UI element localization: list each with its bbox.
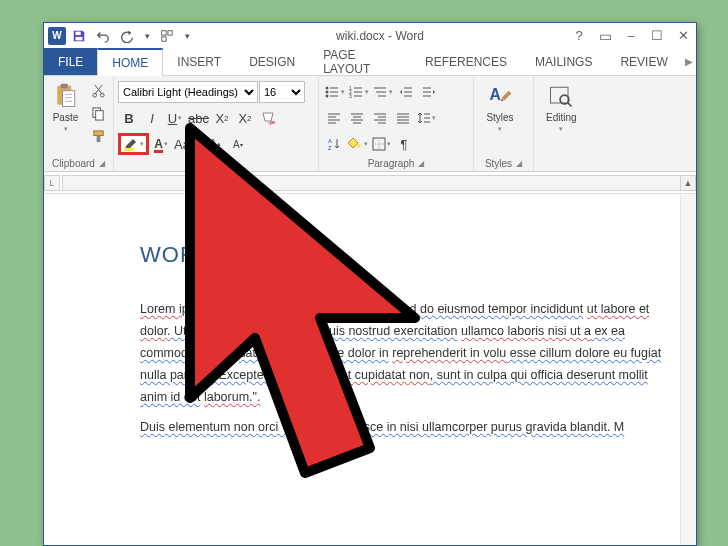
ribbon: Paste ▾ Clipboard◢ Calibri Light (Headin… (44, 76, 696, 172)
group-paragraph: ▾ 123▾ ▾ ▾ AZ ▾ ▾ ¶ (319, 76, 474, 171)
align-left-icon[interactable] (323, 107, 345, 129)
tab-file[interactable]: FILE (44, 48, 97, 75)
borders-icon[interactable]: ▾ (370, 133, 392, 155)
redo-icon[interactable] (116, 26, 138, 46)
shrink-font-button[interactable]: A▾ (227, 133, 249, 155)
tab-home[interactable]: HOME (97, 48, 163, 76)
tab-insert[interactable]: INSERT (163, 48, 235, 75)
bullets-icon[interactable]: ▾ (323, 81, 346, 103)
svg-point-24 (357, 144, 361, 148)
styles-launcher-icon[interactable]: ◢ (516, 159, 522, 168)
doc-paragraph-1: Lorem ipsum dolo, consectetur adipiscing… (140, 298, 670, 408)
word-window: W ▾ ▾ wiki.docx - Word ? ▭ – ☐ ✕ FIL (43, 22, 697, 546)
ribbon-display-icon[interactable]: ▭ (592, 26, 618, 46)
svg-rect-0 (76, 31, 81, 35)
close-icon[interactable]: ✕ (670, 26, 696, 46)
title-bar: W ▾ ▾ wiki.docx - Word ? ▭ – ☐ ✕ (44, 23, 696, 48)
tab-page-layout[interactable]: PAGE LAYOUT (309, 48, 411, 75)
superscript-button[interactable]: X2 (234, 107, 256, 129)
group-font: Calibri Light (Headings) 16 B I U▾ abc X… (114, 76, 319, 171)
subscript-button[interactable]: X2 (211, 107, 233, 129)
cut-icon[interactable] (87, 80, 109, 100)
font-group-label: Font (201, 158, 221, 169)
change-case-button[interactable]: Aa▾ (173, 133, 196, 155)
strikethrough-button[interactable]: abc (187, 107, 210, 129)
paragraph-label: Paragraph (368, 158, 415, 169)
svg-rect-14 (270, 121, 275, 124)
svg-rect-2 (162, 30, 166, 34)
font-launcher-icon[interactable]: ◢ (225, 159, 231, 168)
text-highlight-button[interactable]: ▾ (118, 133, 149, 155)
font-size-select[interactable]: 16 (259, 81, 305, 103)
group-editing: Editing ▾ (534, 76, 590, 171)
increase-indent-icon[interactable] (418, 81, 440, 103)
ruler-corner: L (44, 175, 60, 191)
line-spacing-icon[interactable]: ▾ (415, 107, 437, 129)
svg-rect-3 (168, 30, 172, 34)
numbering-icon[interactable]: 123▾ (347, 81, 370, 103)
doc-paragraph-2: Duis elementum non orci vel congue. Fusc… (140, 416, 670, 438)
word-app-icon: W (48, 27, 66, 45)
group-styles: A Styles ▾ Styles◢ (474, 76, 534, 171)
minimize-icon[interactable]: – (618, 26, 644, 46)
paste-label: Paste (53, 112, 79, 123)
qat-customize-icon[interactable]: ▾ (140, 26, 154, 46)
window-controls: ? ▭ – ☐ ✕ (566, 26, 696, 46)
svg-rect-15 (124, 148, 134, 151)
maximize-icon[interactable]: ☐ (644, 26, 670, 46)
tab-references[interactable]: REFERENCES (411, 48, 521, 75)
justify-icon[interactable] (392, 107, 414, 129)
scroll-up-icon[interactable]: ▲ (680, 175, 696, 191)
svg-text:Z: Z (328, 145, 332, 151)
horizontal-ruler[interactable] (62, 175, 696, 191)
editing-button[interactable]: Editing ▾ (538, 78, 585, 155)
ruler-area: L ▲ (44, 172, 696, 194)
svg-point-16 (326, 87, 329, 90)
document-area[interactable]: WORKS CITED Lorem ipsum dolo, consectetu… (62, 194, 680, 545)
show-marks-icon[interactable]: ¶ (393, 133, 415, 155)
quick-access-toolbar: W ▾ ▾ (44, 26, 194, 46)
tab-design[interactable]: DESIGN (235, 48, 309, 75)
underline-button[interactable]: U▾ (164, 107, 186, 129)
window-title: wiki.docx - Word (194, 29, 566, 43)
format-painter-icon[interactable] (87, 126, 109, 146)
paragraph-launcher-icon[interactable]: ◢ (418, 159, 424, 168)
sort-icon[interactable]: AZ (323, 133, 345, 155)
undo-icon[interactable] (92, 26, 114, 46)
paste-button[interactable]: Paste ▾ (48, 78, 83, 155)
svg-point-18 (326, 95, 329, 98)
align-right-icon[interactable] (369, 107, 391, 129)
svg-rect-11 (95, 110, 103, 119)
svg-text:3: 3 (349, 93, 352, 99)
doc-heading: WORKS CITED (140, 242, 670, 268)
grow-font-button[interactable]: A▴ (204, 133, 226, 155)
tab-mailings[interactable]: MAILINGS (521, 48, 606, 75)
editing-btn-label: Editing (546, 112, 577, 123)
svg-point-17 (326, 91, 329, 94)
group-clipboard: Paste ▾ Clipboard◢ (44, 76, 114, 171)
ribbon-tabs: FILE HOME INSERT DESIGN PAGE LAYOUT REFE… (44, 48, 696, 76)
qat-dropdown-icon[interactable]: ▾ (180, 26, 194, 46)
vertical-scrollbar[interactable] (680, 194, 696, 545)
font-name-select[interactable]: Calibri Light (Headings) (118, 81, 258, 103)
qat-save-icon[interactable] (68, 26, 90, 46)
italic-button[interactable]: I (141, 107, 163, 129)
tab-scroll-right-icon[interactable]: ▶ (682, 48, 696, 75)
help-icon[interactable]: ? (566, 26, 592, 46)
decrease-indent-icon[interactable] (395, 81, 417, 103)
svg-rect-4 (162, 36, 166, 40)
copy-icon[interactable] (87, 103, 109, 123)
font-color-button[interactable]: A▾ (150, 133, 172, 155)
shading-icon[interactable]: ▾ (346, 133, 369, 155)
align-center-icon[interactable] (346, 107, 368, 129)
svg-text:A: A (490, 86, 501, 103)
clipboard-launcher-icon[interactable]: ◢ (99, 159, 105, 168)
multilevel-list-icon[interactable]: ▾ (371, 81, 394, 103)
tab-review[interactable]: REVIEW (606, 48, 681, 75)
clear-formatting-icon[interactable] (257, 107, 279, 129)
touch-mode-icon[interactable] (156, 26, 178, 46)
styles-group-label: Styles (485, 158, 512, 169)
svg-rect-6 (60, 84, 67, 88)
styles-button[interactable]: A Styles ▾ (478, 78, 522, 155)
bold-button[interactable]: B (118, 107, 140, 129)
